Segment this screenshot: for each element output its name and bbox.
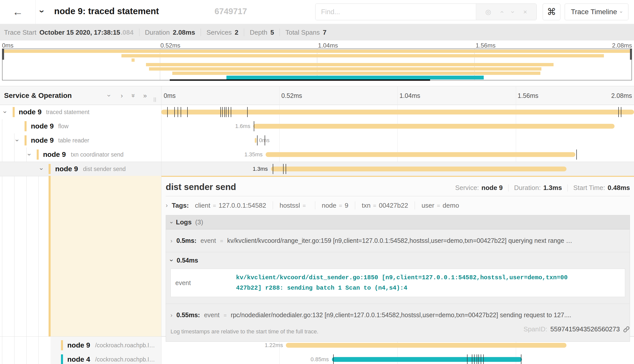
column-divider[interactable]	[161, 86, 161, 364]
detail-divider	[166, 196, 630, 196]
logs-header[interactable]: › Logs (3)	[166, 215, 630, 229]
minimap-left-handle[interactable]	[2, 49, 4, 60]
log-marker-tick	[254, 121, 254, 131]
span-bar[interactable]	[271, 167, 566, 172]
locate-icon[interactable]: ◎	[485, 8, 491, 16]
minimap-tick: 1.04ms	[318, 42, 338, 49]
log-field-key: event	[171, 279, 236, 287]
span-row-traced-statement[interactable]: › node 9 traced statement	[0, 105, 634, 119]
span-service: node 9	[31, 122, 54, 130]
log-marker-tick	[618, 107, 619, 117]
span-operation: txn coordinator send	[71, 151, 123, 158]
span-row-flow[interactable]: node 9 flow 1.6ms	[0, 119, 634, 133]
row-collapse-chevron-icon[interactable]: ›	[4, 108, 6, 116]
span-row-roachpb-node4[interactable]: node 4 /cockroach.roachpb.I… 0.85ms	[0, 352, 634, 364]
span-bar[interactable]	[286, 343, 566, 348]
log-marker-tick	[286, 164, 286, 174]
span-duration-label: 1.35ms	[244, 151, 263, 158]
detail-duration: Duration:1.3ms	[514, 184, 562, 192]
log-marker-tick	[226, 107, 226, 117]
minimap-bar	[226, 76, 484, 79]
span-detail-title: dist sender send	[166, 182, 236, 192]
span-row-txn-coordinator-send[interactable]: › node 9 txn coordinator send 1.35ms	[0, 147, 634, 162]
view-selector-button[interactable]: Trace Timeline ›	[565, 4, 628, 20]
minimap-bar	[172, 72, 540, 75]
span-detail-panel: dist sender send Service:node 9 Duration…	[161, 176, 634, 336]
row-collapse-chevron-icon[interactable]: ›	[28, 151, 31, 159]
chevron-down-icon: ›	[619, 11, 624, 13]
find-next-icon[interactable]: ›	[509, 11, 517, 13]
span-color-bar	[13, 107, 15, 117]
expand-all-icon[interactable]: »	[143, 92, 147, 99]
column-resizer-grip[interactable]	[154, 97, 156, 102]
span-row-table-reader[interactable]: › node 9 table reader 0ms	[0, 133, 634, 147]
row-collapse-chevron-icon[interactable]: ›	[40, 165, 43, 173]
collapse-all-icon[interactable]: »	[132, 92, 135, 99]
span-bar[interactable]	[253, 124, 615, 129]
minimap-canvas[interactable]	[2, 49, 632, 80]
tag-user: user=demo	[421, 202, 459, 209]
tag-client: client=127.0.0.1:54582	[195, 202, 266, 209]
span-color-bar-extension	[49, 176, 51, 336]
log-field-value: kv/kvclient/kvcoord/dist_sender.go:1850 …	[236, 272, 568, 293]
log-marker-tick	[472, 354, 472, 364]
span-detail-left-fill	[51, 176, 161, 336]
log-marker-tick	[224, 107, 225, 117]
tag-txn: txn=00427b22	[362, 202, 408, 209]
trace-collapse-chevron-icon[interactable]: ›	[40, 6, 44, 17]
span-service: node 9	[19, 108, 41, 116]
log-marker-tick	[257, 135, 258, 145]
find-prev-icon[interactable]: ›	[498, 11, 505, 13]
minimap-bar	[149, 67, 541, 71]
detail-service: Service:node 9	[455, 184, 503, 192]
tags-expand-chevron-icon[interactable]: ›	[166, 202, 168, 209]
span-bar[interactable]	[255, 138, 257, 143]
logs-count: (3)	[195, 218, 203, 226]
minimap-scrubber[interactable]	[170, 79, 430, 81]
log-marker-tick	[174, 107, 175, 117]
timeline-tick: 0.52ms	[281, 92, 302, 99]
tags-row[interactable]: › Tags: client=127.0.0.1:54582 hostssl= …	[166, 201, 630, 209]
link-icon[interactable]	[623, 326, 630, 333]
log-collapse-chevron-icon: ›	[168, 259, 175, 261]
span-id-row: SpanID: 5597415943526560273	[523, 325, 630, 333]
log-entry-2-header[interactable]: › 0.54ms	[171, 257, 625, 264]
minimap-right-handle[interactable]	[630, 49, 632, 60]
keyboard-shortcuts-button[interactable]: ⌘	[543, 4, 560, 20]
collapse-one-icon[interactable]: ›	[108, 92, 110, 99]
tags-label: Tags:	[172, 202, 189, 209]
find-clear-icon[interactable]: ×	[523, 8, 527, 16]
span-id-value: 5597415943526560273	[550, 325, 620, 333]
span-bar[interactable]	[332, 357, 522, 362]
span-color-accent	[161, 176, 634, 177]
back-button[interactable]: ←	[0, 0, 36, 24]
trace-duration: Duration 2.08ms	[145, 29, 195, 36]
log-entry-3[interactable]: › 0.55ms: event = rpc/nodedialer/nodedia…	[166, 304, 630, 326]
log-marker-tick	[478, 354, 479, 364]
log-marker-tick	[483, 354, 484, 364]
minimap-tick: 1.56ms	[476, 42, 496, 49]
span-duration-label: 1.3ms	[253, 166, 268, 172]
minimap-bar	[121, 54, 604, 57]
span-color-bar	[25, 121, 27, 131]
jaeger-trace-page: ← › node 9: traced statement 6749717 ◎ ›…	[0, 0, 634, 364]
span-operation: /cockroach.roachpb.I…	[95, 342, 155, 349]
log-marker-tick	[521, 354, 521, 364]
log-marker-tick	[481, 354, 481, 364]
minimap-tick: 0ms	[2, 42, 13, 49]
log-marker-tick	[477, 354, 477, 364]
span-id-label: SpanID:	[523, 325, 547, 333]
span-bar[interactable]	[266, 152, 575, 157]
span-row-dist-sender-send[interactable]: › node 9 dist sender send 1.3ms	[0, 162, 634, 176]
expand-one-icon[interactable]: ›	[121, 92, 123, 99]
log-marker-tick	[333, 354, 334, 364]
logs-accordion: › Logs (3) › 0.5ms: event = kv/kvclient/…	[166, 215, 630, 342]
find-input[interactable]	[315, 4, 476, 20]
log-entry-2: › 0.54ms event kv/kvclient/kvcoord/dist_…	[166, 252, 630, 304]
log-entry-1[interactable]: › 0.5ms: event = kv/kvclient/kvcoord/ran…	[166, 229, 630, 252]
row-collapse-chevron-icon[interactable]: ›	[16, 137, 18, 144]
span-bar[interactable]	[161, 110, 634, 115]
log-marker-tick	[576, 149, 577, 160]
top-bar: ← › node 9: traced statement 6749717 ◎ ›…	[0, 0, 634, 24]
log-marker-tick	[220, 107, 221, 117]
